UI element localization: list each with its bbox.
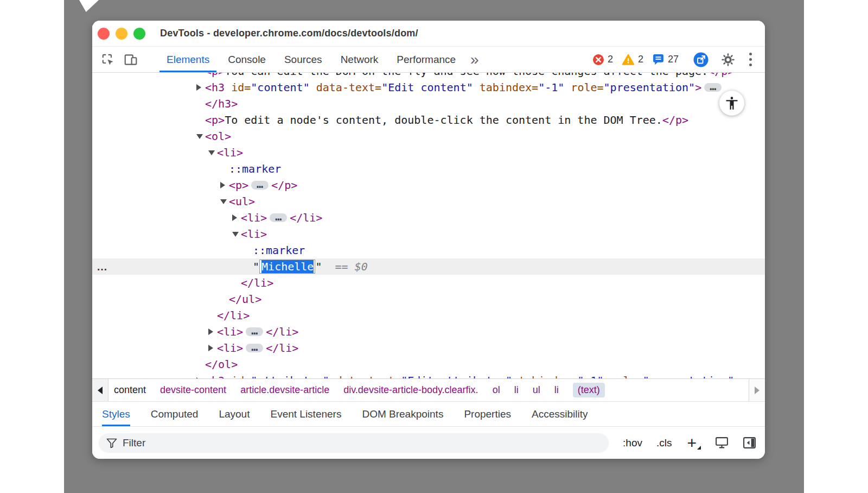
collapse-arrow-icon[interactable] bbox=[208, 144, 217, 161]
code-token: </ol> bbox=[205, 358, 238, 371]
sidebar-tab-event-listeners[interactable]: Event Listeners bbox=[270, 402, 341, 426]
dom-tree-line[interactable]: <ol> bbox=[92, 128, 765, 144]
dom-tree-line[interactable]: <li>…</li> bbox=[92, 340, 765, 356]
expand-arrow-icon[interactable] bbox=[232, 210, 241, 226]
sidebar-tab-computed[interactable]: Computed bbox=[151, 402, 199, 426]
plus-icon: + bbox=[687, 436, 697, 450]
panel-tabs: ElementsConsoleSourcesNetworkPerformance bbox=[157, 47, 465, 72]
arrow-spacer bbox=[220, 291, 229, 307]
dom-tree-line[interactable]: ::marker bbox=[92, 242, 765, 258]
dom-tree-line[interactable]: <li> bbox=[92, 144, 765, 161]
code-token: </p> bbox=[271, 179, 297, 192]
expand-ellipsis-button[interactable]: … bbox=[270, 213, 287, 222]
zoom-window-button[interactable] bbox=[133, 28, 145, 40]
code-token: <p> bbox=[205, 113, 225, 127]
minimize-window-button[interactable] bbox=[116, 28, 127, 40]
breadcrumb-item-content[interactable]: content bbox=[114, 384, 146, 396]
tab-elements[interactable]: Elements bbox=[157, 47, 219, 72]
dom-tree-line[interactable]: </li> bbox=[92, 275, 765, 291]
code-token: " bbox=[315, 260, 322, 273]
sidebar-tab-dom-breakpoints[interactable]: DOM Breakpoints bbox=[362, 402, 443, 426]
expand-arrow-icon[interactable] bbox=[196, 372, 205, 378]
rendering-emulations-button[interactable] bbox=[715, 437, 729, 449]
breadcrumb-item-devsite-content[interactable]: devsite-content bbox=[160, 384, 226, 396]
expand-arrow-icon[interactable] bbox=[220, 177, 229, 193]
more-tabs-icon[interactable]: » bbox=[470, 52, 479, 67]
sidebar-tab-styles[interactable]: Styles bbox=[102, 402, 130, 426]
show-sidebar-button[interactable] bbox=[743, 437, 756, 449]
dom-tree-line[interactable]: <li> bbox=[92, 226, 765, 242]
collapse-arrow-icon[interactable] bbox=[232, 226, 241, 242]
tab-console[interactable]: Console bbox=[219, 47, 275, 72]
breadcrumb-item-li[interactable]: li bbox=[554, 384, 559, 396]
expand-arrow-icon[interactable] bbox=[196, 79, 205, 96]
issues-bubble-icon[interactable] bbox=[652, 53, 665, 66]
warning-badge-icon[interactable] bbox=[622, 54, 635, 66]
kebab-menu-icon[interactable] bbox=[746, 50, 755, 69]
window-title: DevTools - developer.chrome.com/docs/dev… bbox=[160, 28, 418, 39]
dom-tree-line[interactable]: </ul> bbox=[92, 291, 765, 307]
dom-tree-line[interactable]: <h3 id="attributes" data-text="Edit attr… bbox=[92, 372, 765, 378]
dom-tree-line[interactable]: <p>To edit a node's content, double-clic… bbox=[92, 112, 765, 128]
styles-filter-field[interactable] bbox=[99, 433, 609, 453]
breadcrumb-item-div-devsite-article-body-clearfix[interactable]: div.devsite-article-body.clearfix. bbox=[343, 384, 478, 396]
code-token: </li> bbox=[241, 276, 273, 289]
code-token: "content" bbox=[251, 81, 309, 94]
dom-tree-line[interactable]: <li>…</li> bbox=[92, 324, 765, 340]
accessibility-widget-button[interactable] bbox=[719, 91, 744, 116]
breadcrumb-scroll-left-button[interactable] bbox=[92, 379, 108, 401]
breadcrumb-item-ul[interactable]: ul bbox=[533, 384, 540, 396]
expand-arrow-icon[interactable] bbox=[208, 340, 217, 356]
new-style-rule-button[interactable]: + bbox=[687, 436, 701, 450]
code-token: To edit a node's content, double-click t… bbox=[225, 113, 662, 127]
dom-tree-line[interactable]: <li>…</li> bbox=[92, 210, 765, 226]
sidebar-tab-layout[interactable]: Layout bbox=[219, 402, 250, 426]
close-window-button[interactable] bbox=[98, 28, 110, 40]
code-token: ::marker bbox=[253, 244, 305, 257]
expand-ellipsis-button[interactable]: … bbox=[251, 181, 269, 189]
tab-sources[interactable]: Sources bbox=[275, 47, 331, 72]
dom-tree-line[interactable]: </h3> bbox=[92, 96, 765, 112]
device-toolbar-icon[interactable] bbox=[123, 52, 139, 68]
inline-edit-box[interactable]: Michelle bbox=[259, 260, 315, 274]
dom-tree-selected-row[interactable]: …"Michelle" == $0 bbox=[92, 258, 765, 275]
window-titlebar: DevTools - developer.chrome.com/docs/dev… bbox=[92, 21, 765, 47]
expand-arrow-icon[interactable] bbox=[208, 324, 217, 340]
breadcrumb-item-text[interactable]: (text) bbox=[573, 383, 605, 397]
error-badge-icon[interactable] bbox=[592, 54, 604, 66]
collapse-arrow-icon[interactable] bbox=[196, 128, 205, 144]
breadcrumb-item-ol[interactable]: ol bbox=[493, 384, 500, 396]
breadcrumb-scroll-right-button[interactable] bbox=[749, 379, 765, 401]
dom-tree-line[interactable]: <ul> bbox=[92, 193, 765, 210]
sidebar-tab-accessibility[interactable]: Accessibility bbox=[532, 402, 588, 426]
dom-tree-line[interactable]: <p>…</p> bbox=[92, 177, 765, 193]
tab-performance[interactable]: Performance bbox=[387, 47, 465, 72]
dom-tree-line[interactable]: </ol> bbox=[92, 356, 765, 372]
expand-ellipsis-button[interactable]: … bbox=[246, 327, 263, 336]
expand-ellipsis-button[interactable]: … bbox=[704, 83, 722, 92]
dom-tree-line[interactable]: <p>You can edit the DOM on the fly and s… bbox=[92, 73, 765, 79]
arrow-spacer bbox=[232, 275, 241, 291]
open-in-new-circle-icon[interactable] bbox=[693, 52, 709, 68]
collapse-arrow-icon[interactable] bbox=[220, 193, 229, 210]
inspect-element-icon[interactable] bbox=[100, 52, 116, 68]
code-token: </li> bbox=[266, 325, 298, 338]
dom-tree-line[interactable]: <h3 id="content" data-text="Edit content… bbox=[92, 79, 765, 96]
tab-network[interactable]: Network bbox=[331, 47, 388, 72]
breadcrumb-item-li[interactable]: li bbox=[514, 384, 519, 396]
expand-ellipsis-button[interactable]: … bbox=[246, 344, 263, 352]
element-classes-button[interactable]: .cls bbox=[656, 437, 672, 449]
dom-tree-line[interactable]: </li> bbox=[92, 307, 765, 324]
styles-filter-input[interactable] bbox=[123, 437, 601, 449]
code-token: <p> bbox=[229, 179, 248, 192]
code-token: </li> bbox=[266, 342, 298, 355]
breadcrumb-item-article-devsite-article[interactable]: article.devsite-article bbox=[240, 384, 329, 396]
arrow-spacer bbox=[208, 307, 217, 324]
dom-tree-line[interactable]: ::marker bbox=[92, 161, 765, 177]
toggle-element-state-button[interactable]: :hov bbox=[623, 437, 642, 449]
gear-icon[interactable] bbox=[721, 53, 735, 67]
code-token: data-text= bbox=[336, 374, 401, 378]
sidebar-tab-properties[interactable]: Properties bbox=[464, 402, 511, 426]
arrow-spacer bbox=[196, 73, 205, 79]
code-token: </p> bbox=[708, 73, 734, 78]
